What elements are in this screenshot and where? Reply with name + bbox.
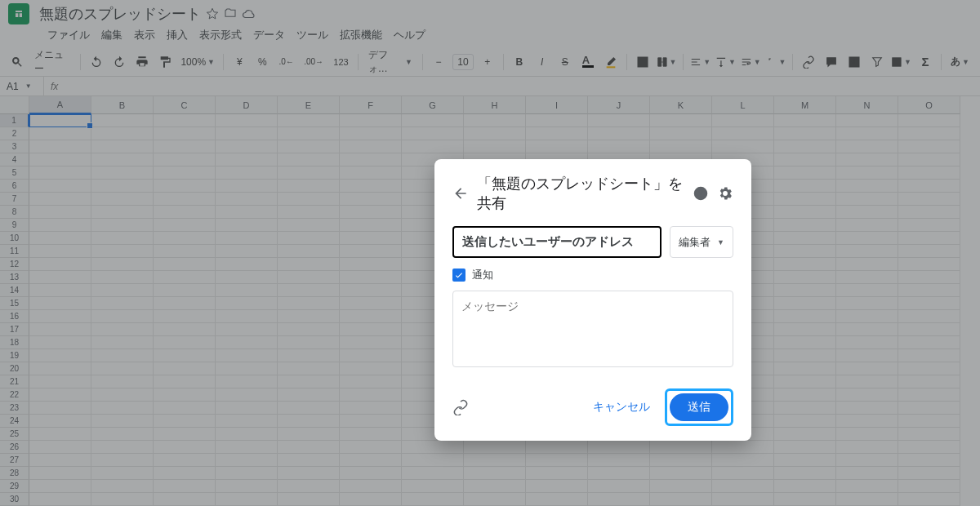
app-root: 無題のスプレッドシート ファイル 編集 表示 挿入 表示形式 データ ツール 拡… <box>0 0 980 506</box>
message-input[interactable] <box>452 291 733 367</box>
share-dialog: 「無題のスプレッドシート」を共有 送信したいユーザーのアドレス 編集者▼ 通知 … <box>434 159 751 441</box>
cancel-button[interactable]: キャンセル <box>583 393 660 421</box>
help-icon[interactable] <box>693 185 709 202</box>
role-select[interactable]: 編集者▼ <box>670 226 733 258</box>
address-input[interactable]: 送信したいユーザーのアドレス <box>452 226 662 258</box>
back-arrow-icon[interactable] <box>452 185 469 202</box>
copy-link-icon[interactable] <box>452 399 469 415</box>
send-button[interactable]: 送信 <box>670 393 728 421</box>
send-button-highlight: 送信 <box>665 388 733 426</box>
settings-gear-icon[interactable] <box>717 185 733 202</box>
dialog-title: 「無題のスプレッドシート」を共有 <box>477 174 684 213</box>
notify-checkbox[interactable] <box>452 269 466 282</box>
svg-point-6 <box>700 197 701 198</box>
notify-label: 通知 <box>472 268 493 282</box>
